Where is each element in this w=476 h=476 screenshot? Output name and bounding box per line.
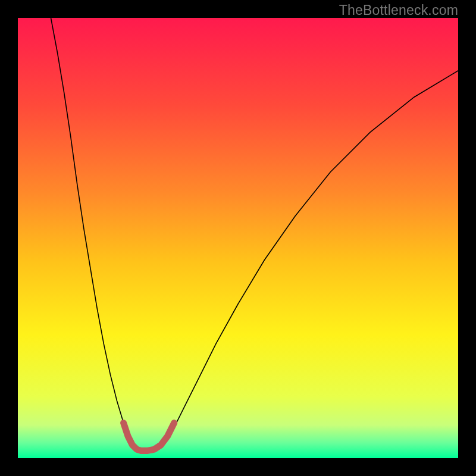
plot-background [18,18,458,458]
watermark-text: TheBottleneck.com [339,2,458,18]
chart-svg [18,18,458,458]
chart-frame: TheBottleneck.com [0,0,476,476]
plot-area [18,18,458,458]
